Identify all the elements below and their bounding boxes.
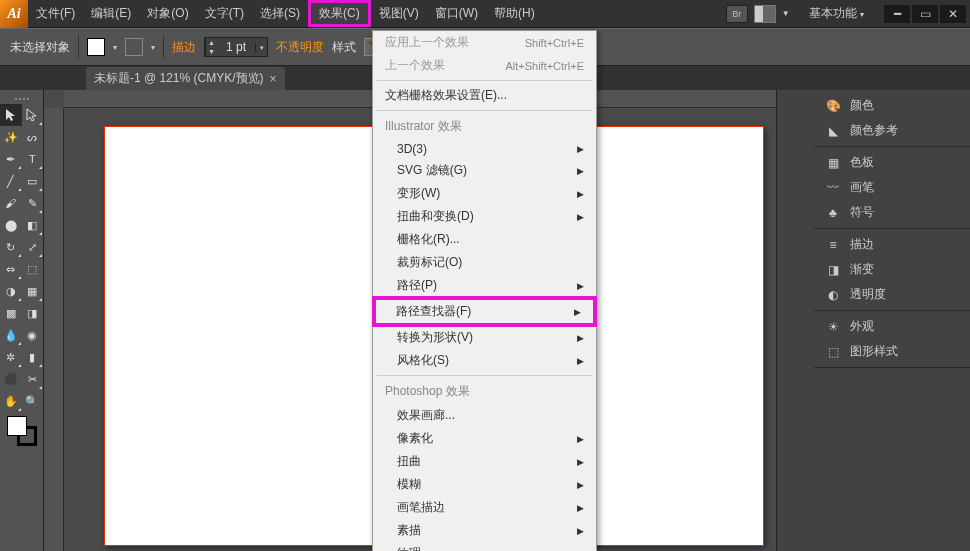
menu-brush-strokes[interactable]: 画笔描边▶	[373, 496, 596, 519]
panel-stroke[interactable]: ≡描边	[814, 232, 970, 257]
eraser-tool[interactable]: ◧	[22, 214, 44, 236]
chevron-down-icon[interactable]: ▾	[113, 43, 117, 52]
menu-select[interactable]: 选择(S)	[252, 0, 308, 27]
panel-color-guide[interactable]: ◣颜色参考	[814, 118, 970, 143]
app-icon: Ai	[0, 0, 28, 28]
style-label: 样式	[332, 39, 356, 56]
bridge-icon[interactable]: Br	[726, 5, 748, 23]
rotate-tool[interactable]: ↻	[0, 236, 22, 258]
close-button[interactable]: ✕	[940, 5, 966, 23]
menu-view[interactable]: 视图(V)	[371, 0, 427, 27]
eyedropper-tool[interactable]: 💧	[0, 324, 22, 346]
chevron-down-icon[interactable]: ▾	[151, 43, 155, 52]
menu-effect[interactable]: 效果(C)	[308, 0, 371, 27]
symbol-sprayer-tool[interactable]: ✲	[0, 346, 22, 368]
selection-tool[interactable]	[0, 104, 22, 126]
stroke-weight-input[interactable]: ▲▼ 1 pt ▾	[204, 37, 268, 57]
selection-status: 未选择对象	[10, 39, 70, 56]
panel-transparency[interactable]: ◐透明度	[814, 282, 970, 307]
panel-graphic-styles[interactable]: ⬚图形样式	[814, 339, 970, 364]
ruler-vertical[interactable]	[44, 108, 64, 551]
menubar: 文件(F) 编辑(E) 对象(O) 文字(T) 选择(S) 效果(C) 视图(V…	[28, 0, 543, 27]
layout-switcher-icon[interactable]	[754, 5, 776, 23]
scale-tool[interactable]: ⤢	[22, 236, 44, 258]
line-tool[interactable]: ╱	[0, 170, 22, 192]
menu-convert-shape[interactable]: 转换为形状(V)▶	[373, 326, 596, 349]
opacity-label[interactable]: 不透明度	[276, 39, 324, 56]
menu-edit[interactable]: 编辑(E)	[83, 0, 139, 27]
menu-apply-last-effect[interactable]: 应用上一个效果Shift+Ctrl+E	[373, 31, 596, 54]
menu-file[interactable]: 文件(F)	[28, 0, 83, 27]
menu-texture[interactable]: 纹理▶	[373, 542, 596, 551]
menu-sketch[interactable]: 素描▶	[373, 519, 596, 542]
direct-selection-tool[interactable]	[22, 104, 44, 126]
panel-gradient[interactable]: ◨渐变	[814, 257, 970, 282]
workspace-switcher[interactable]: 基本功能 ▾	[803, 5, 870, 22]
panel-brushes[interactable]: 〰画笔	[814, 175, 970, 200]
hand-tool[interactable]: ✋	[0, 390, 22, 412]
menu-pixelate[interactable]: 像素化▶	[373, 427, 596, 450]
perspective-grid-tool[interactable]: ▦	[22, 280, 44, 302]
magic-wand-tool[interactable]: ✨	[0, 126, 22, 148]
type-tool[interactable]: T	[22, 148, 44, 170]
color-guide-icon: ◣	[824, 124, 842, 138]
menu-path[interactable]: 路径(P)▶	[373, 274, 596, 297]
panel-dock[interactable]	[776, 90, 814, 551]
width-tool[interactable]: ⇔	[0, 258, 22, 280]
slice-tool[interactable]: ✂	[22, 368, 44, 390]
fill-swatch[interactable]	[87, 38, 105, 56]
menu-blur[interactable]: 模糊▶	[373, 473, 596, 496]
menu-3d[interactable]: 3D(3)▶	[373, 139, 596, 159]
shape-builder-tool[interactable]: ◑	[0, 280, 22, 302]
menu-svg-filters[interactable]: SVG 滤镜(G)▶	[373, 159, 596, 182]
menu-distort-ps[interactable]: 扭曲▶	[373, 450, 596, 473]
panel-appearance[interactable]: ☀外观	[814, 314, 970, 339]
menu-warp[interactable]: 变形(W)▶	[373, 182, 596, 205]
fill-options-icon[interactable]	[125, 38, 143, 56]
paintbrush-tool[interactable]: 🖌	[0, 192, 22, 214]
menu-rasterize[interactable]: 栅格化(R)...	[373, 228, 596, 251]
stroke-label[interactable]: 描边	[172, 39, 196, 56]
artboard-tool[interactable]: ⬛	[0, 368, 22, 390]
menu-help[interactable]: 帮助(H)	[486, 0, 543, 27]
menu-effect-gallery[interactable]: 效果画廊...	[373, 404, 596, 427]
menu-header-photoshop: Photoshop 效果	[373, 379, 596, 404]
panel-swatches[interactable]: ▦色板	[814, 150, 970, 175]
fill-stroke-control[interactable]	[0, 412, 43, 450]
column-graph-tool[interactable]: ▮	[22, 346, 44, 368]
appearance-icon: ☀	[824, 320, 842, 334]
palette-icon: 🎨	[824, 99, 842, 113]
menu-crop-marks[interactable]: 裁剪标记(O)	[373, 251, 596, 274]
document-tab[interactable]: 未标题-1 @ 121% (CMYK/预览) ×	[86, 67, 285, 90]
chevron-down-icon: ▼	[782, 9, 790, 18]
menu-distort-transform[interactable]: 扭曲和变换(D)▶	[373, 205, 596, 228]
pencil-tool[interactable]: ✎	[22, 192, 44, 214]
minimize-button[interactable]: ━	[884, 5, 910, 23]
menu-object[interactable]: 对象(O)	[139, 0, 196, 27]
fill-swatch[interactable]	[7, 416, 27, 436]
transparency-icon: ◐	[824, 288, 842, 302]
blend-tool[interactable]: ◉	[22, 324, 44, 346]
free-transform-tool[interactable]: ⬚	[22, 258, 44, 280]
menu-raster-effect-settings[interactable]: 文档栅格效果设置(E)...	[373, 84, 596, 107]
gradient-tool[interactable]: ◨	[22, 302, 44, 324]
menu-stylize-ai[interactable]: 风格化(S)▶	[373, 349, 596, 372]
menu-last-effect[interactable]: 上一个效果Alt+Shift+Ctrl+E	[373, 54, 596, 77]
menu-pathfinder[interactable]: 路径查找器(F)▶	[372, 296, 597, 327]
menu-window[interactable]: 窗口(W)	[427, 0, 486, 27]
rectangle-tool[interactable]: ▭	[22, 170, 44, 192]
pen-tool[interactable]: ✒	[0, 148, 22, 170]
menu-type[interactable]: 文字(T)	[197, 0, 252, 27]
zoom-tool[interactable]: 🔍	[22, 390, 44, 412]
close-tab-icon[interactable]: ×	[270, 72, 277, 86]
document-tab-title: 未标题-1 @ 121% (CMYK/预览)	[94, 70, 264, 87]
lasso-tool[interactable]: ᔕ	[22, 126, 44, 148]
swatches-icon: ▦	[824, 156, 842, 170]
panel-color[interactable]: 🎨颜色	[814, 93, 970, 118]
panel-symbols[interactable]: ♣符号	[814, 200, 970, 225]
mesh-tool[interactable]: ▩	[0, 302, 22, 324]
blob-brush-tool[interactable]: ⬤	[0, 214, 22, 236]
maximize-button[interactable]: ▭	[912, 5, 938, 23]
toolbox: ✨ ᔕ ✒ T ╱ ▭ 🖌 ✎ ⬤ ◧ ↻ ⤢ ⇔ ⬚ ◑ ▦	[0, 90, 44, 551]
toolbox-grip[interactable]	[0, 94, 43, 104]
